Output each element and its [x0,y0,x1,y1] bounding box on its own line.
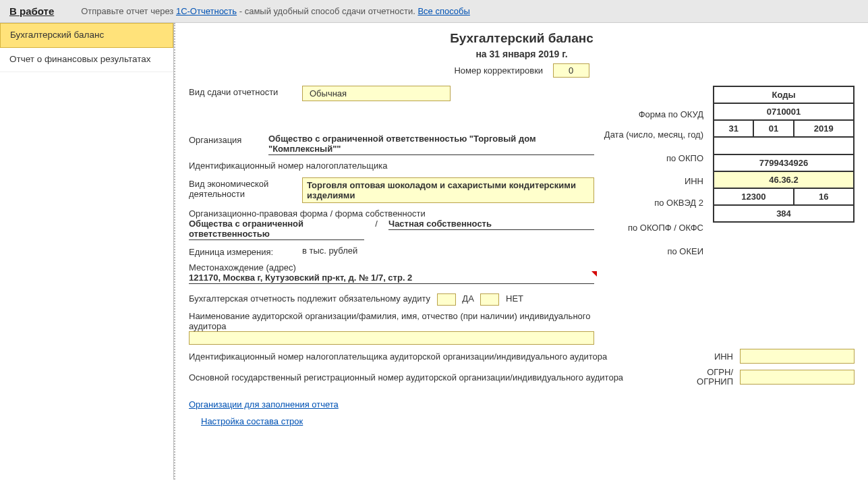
okei-label: по ОКЕИ [604,241,709,261]
report-type-field[interactable]: Обычная [302,86,451,101]
addr-value[interactable]: 121170, Москва г, Кутузовский пр-кт, д. … [189,273,412,283]
opf-value1: Общества с ограниченной ответственностью [189,219,364,240]
sidebar: Бухгалтерский баланс Отчет о финансовых … [0,23,174,480]
doc-title: Бухгалтерский баланс [189,31,855,46]
auditor-name-label: Наименование аудиторской организации/фам… [189,311,594,331]
sidebar-item-balance[interactable]: Бухгалтерский баланс [0,23,173,48]
activity-label: Вид экономической деятельности [189,177,297,199]
document-area: Бухгалтерский баланс на 31 января 2019 г… [174,23,868,480]
codes-header: Коды [714,86,854,103]
auditor-inn-field[interactable] [740,349,855,364]
audit-question: Бухгалтерская отчетность подлежит обязат… [189,293,430,304]
top-message: Отправьте отчет через 1С-Отчетность - са… [81,6,470,16]
correction-row: Номер корректировки 0 [189,63,855,78]
status-label[interactable]: В работе [9,5,54,17]
inn-value: 7799434926 [714,154,854,171]
okud-value: 0710001 [714,103,854,120]
unit-value: в тыс. рублей [302,246,357,256]
addr-label: Местонахождение (адрес) [189,262,594,273]
opf-header: Организационно-правовая форма / форма со… [189,208,594,219]
link-orgs-for-report[interactable]: Организации для заполнения отчета [189,399,339,409]
codes-table: Коды 0710001 31 01 2019 7799434926 46.36… [713,86,855,223]
link-1c-report[interactable]: 1С-Отчетность [176,6,237,16]
audit-no-checkbox[interactable] [480,293,499,306]
correction-number-field[interactable]: 0 [553,63,589,78]
date-label: Дата (число, месяц, год) [604,123,709,145]
activity-field[interactable]: Торговля оптовая шоколадом и сахаристыми… [302,177,594,203]
okved-label: по ОКВЭД 2 [604,191,709,214]
sidebar-item-results[interactable]: Отчет о финансовых результатах [0,48,173,72]
opf-value2: Частная собственность [388,219,594,230]
inn-code-label: ИНН [604,171,709,191]
auditor-inn-label: Идентификационный номер налогоплательщик… [189,351,686,362]
auditor-ogrn-field[interactable] [740,370,855,385]
auditor-ogrn-label: Основной государственный регистрационный… [189,372,686,383]
top-bar: В работе Отправьте отчет через 1С-Отчетн… [0,0,868,23]
link-all-ways[interactable]: Все способы [417,6,469,16]
doc-date: на 31 января 2019 г. [189,49,855,59]
okei-value: 384 [714,205,854,222]
okpo-value [714,137,854,154]
warning-icon [591,271,597,277]
date-year: 2019 [794,120,854,137]
unit-label: Единица измерения: [189,246,297,257]
okfs-value: 16 [794,188,854,205]
okpo-label: по ОКПО [604,145,709,171]
date-day: 31 [714,120,753,137]
okopf-value: 12300 [714,188,794,205]
okved-value[interactable]: 46.36.2 [714,171,854,188]
audit-yes-checkbox[interactable] [437,293,456,306]
link-row-settings[interactable]: Настройка состава строк [201,416,303,426]
date-month: 01 [753,120,793,137]
okud-label: Форма по ОКУД [604,105,709,123]
inn-label: Идентификационный номер налогоплательщик… [189,161,594,171]
report-type-label: Вид сдачи отчетности [189,86,297,97]
org-label: Организация [189,134,263,145]
auditor-name-field[interactable] [189,331,594,345]
okopf-label: по ОКОПФ / ОКФС [604,214,709,241]
org-value: Общество с ограниченной ответственностью… [268,134,594,155]
